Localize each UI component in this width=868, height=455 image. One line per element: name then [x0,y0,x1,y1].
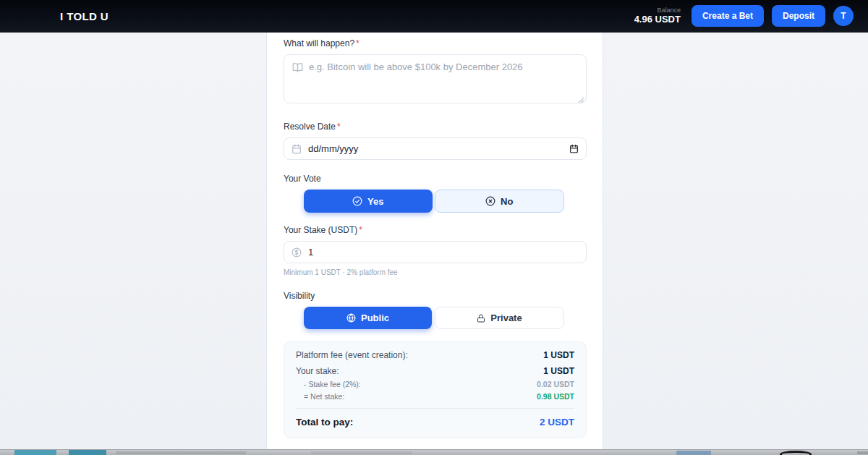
header-right-cluster: Balance 4.96 USDT Create a Bet Deposit T [634,5,854,27]
stake-input[interactable]: 1 [284,241,587,263]
question-field-wrap [284,54,587,106]
vote-no-button[interactable]: No [435,190,565,213]
app-logo: I TOLD U [60,10,109,22]
dock-fragment [857,451,868,454]
balance-display: Balance 4.96 USDT [634,7,681,25]
globe-icon [346,313,356,323]
vote-label: Your Vote [284,174,587,184]
dock-fragment [676,451,711,455]
stake-label: Your Stake (USDT)* [284,225,587,235]
platform-fee-label: Platform fee (event creation): [296,350,408,360]
vote-button-group: Yes No [304,190,564,213]
total-value: 2 USDT [540,417,574,428]
resolve-date-value: dd/mm/yyyy [308,143,563,154]
textarea-resize-handle[interactable] [578,97,584,103]
create-a-bet-button[interactable]: Create a Bet [692,5,764,27]
stake-fee-value: 0.02 USDT [537,380,574,388]
required-asterisk: * [337,122,341,132]
your-stake-row: Your stake: 1 USDT [296,366,574,376]
calendar-icon [292,144,302,154]
bottom-edge-strip [0,449,868,455]
net-stake-label: = Net stake: [304,392,344,401]
dock-fragment [69,450,106,455]
platform-fee-value: 1 USDT [543,350,574,360]
visibility-label: Visibility [284,291,587,301]
your-stake-label: Your stake: [296,366,339,376]
your-stake-value: 1 USDT [543,366,574,376]
dock-fragment [14,450,56,455]
check-circle-icon [352,196,362,206]
total-label: Total to pay: [296,417,353,428]
net-stake-value: 0.98 USDT [537,392,574,401]
stake-fee-row: - Stake fee (2%): 0.02 USDT [296,380,574,388]
platform-fee-row: Platform fee (event creation): 1 USDT [296,350,574,360]
deposit-button[interactable]: Deposit [772,5,825,27]
total-row: Total to pay: 2 USDT [296,417,574,428]
create-bet-form-card: What will happen?* Resolve Date* [266,33,603,449]
fee-divider [296,408,574,409]
visibility-private-button[interactable]: Private [435,307,564,329]
book-open-icon [292,62,303,73]
visibility-public-button[interactable]: Public [304,307,432,329]
date-picker-icon[interactable] [569,144,579,153]
balance-value: 4.96 USDT [634,14,681,25]
page-background: What will happen?* Resolve Date* [0,33,868,455]
app-header: I TOLD U Balance 4.96 USDT Create a Bet … [0,0,868,33]
net-stake-row: = Net stake: 0.98 USDT [296,392,574,401]
stake-fee-label: - Stake fee (2%): [304,380,361,388]
dock-fragment [311,451,412,454]
required-asterisk: * [359,225,362,235]
visibility-button-group: Public Private [304,307,564,329]
required-asterisk: * [356,38,359,48]
stake-helper-text: Minimum 1 USDT · 2% platform fee [284,268,587,276]
dock-fragment [116,451,246,454]
resolve-date-input[interactable]: dd/mm/yyyy [284,137,587,160]
fee-summary-box: Platform fee (event creation): 1 USDT Yo… [284,341,587,438]
question-textarea[interactable] [284,54,587,103]
stake-value: 1 [308,247,579,258]
resolve-date-label: Resolve Date* [284,122,587,132]
question-label: What will happen?* [284,38,587,48]
x-circle-icon [485,196,495,206]
lock-icon [477,314,485,323]
dock-logo-fragment [780,451,812,455]
dollar-circle-icon [292,247,302,258]
user-avatar[interactable]: T [833,6,854,26]
vote-yes-button[interactable]: Yes [304,190,433,213]
